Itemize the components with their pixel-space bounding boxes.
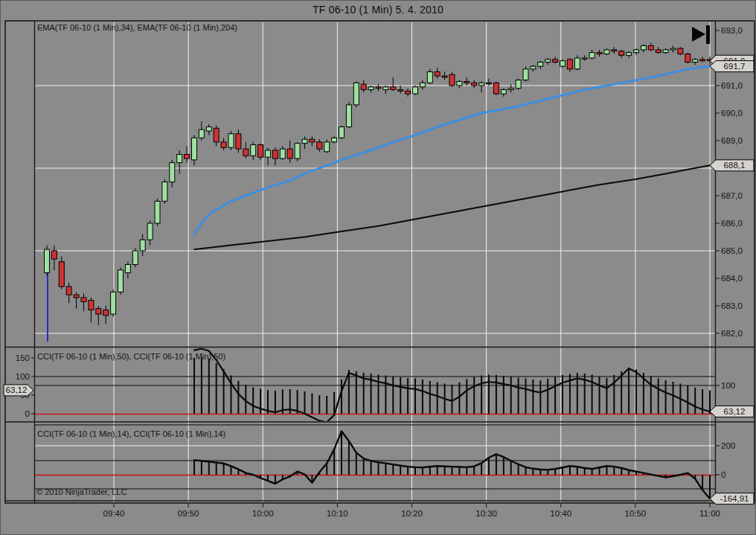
- cci50-left-axis-label: 150: [16, 353, 30, 362]
- price-axis-label: 689,0: [721, 136, 743, 145]
- time-axis-label: 10:00: [252, 509, 274, 518]
- time-axis: 09:4009:5010:0010:1010:2010:3010:4010:50…: [103, 503, 720, 518]
- price-tag-6881: 688,1: [710, 160, 754, 171]
- time-axis-label: 10:40: [550, 509, 571, 518]
- chart-canvas[interactable]: 693,0691,0690,0689,0687,0686,0685,0684,0…: [1, 1, 756, 535]
- price-axis: 693,0691,0690,0689,0687,0686,0685,0684,0…: [716, 26, 743, 338]
- price-axis-label: 683,0: [721, 301, 743, 310]
- price-panel-indicator-label: EMA(TF 06-10 (1 Min),34), EMA(TF 06-10 (…: [37, 23, 237, 32]
- cci50-left-axis-label: 0: [25, 409, 30, 418]
- price-tag-6917-text: 691,7: [724, 62, 746, 71]
- price-axis-label: 690,0: [721, 109, 743, 118]
- cci14-right-axis-label: 200: [721, 441, 735, 450]
- cci50-left-value-tag: 63,12: [4, 385, 33, 396]
- time-axis-label: 09:50: [178, 509, 199, 518]
- cci14-right-axis-label: 0: [721, 470, 725, 479]
- price-axis-label: 693,0: [721, 26, 743, 35]
- price-tag-6917: 691,7: [710, 61, 754, 72]
- time-axis-label: 10:10: [327, 509, 348, 518]
- price-axis-label: 687,0: [721, 191, 743, 200]
- cci50-left-axis-label: 100: [16, 372, 30, 381]
- price-axis-label: 691,0: [721, 81, 743, 90]
- price-axis-label: 682,0: [721, 329, 743, 338]
- price-axis-label: 684,0: [721, 274, 743, 283]
- cci14-axis: 2000: [716, 441, 735, 479]
- price-axis-label: 685,0: [721, 246, 743, 255]
- ema-204-line: [194, 165, 710, 249]
- time-axis-label: 10:30: [475, 509, 497, 518]
- time-axis-label: 11:00: [699, 509, 720, 518]
- time-axis-label: 10:20: [401, 509, 423, 518]
- price-tag-6881-text: 688,1: [724, 161, 746, 170]
- cci14-value-tag-text: -164,91: [720, 494, 749, 503]
- cci50-panel-indicator-label: CCI(TF 06-10 (1 Min),50), CCI(TF 06-10 (…: [37, 352, 225, 361]
- cci14-panel-indicator-label: CCI(TF 06-10 (1 Min),14), CCI(TF 06-10 (…: [37, 429, 225, 438]
- cci50-right-value-tag: 63,12: [710, 406, 754, 417]
- time-axis-label: 10:50: [624, 509, 646, 518]
- cci14-value-tag: -164,91: [710, 493, 754, 504]
- cci50-right-axis-label: 100: [721, 381, 735, 390]
- go-to-end-icon[interactable]: [692, 25, 710, 44]
- ema-34-line: [194, 66, 710, 234]
- price-axis-label: 686,0: [721, 219, 743, 228]
- time-axis-label: 09:40: [103, 509, 125, 518]
- cci50-right-value-tag-text: 63,12: [724, 407, 746, 416]
- cci50-left-value-tag-text: 63,12: [6, 385, 28, 394]
- ninjatrader-chart-window: TF 06-10 (1 Min) 5. 4. 2010 693,0691,069…: [0, 0, 756, 535]
- copyright-label: © 2010 NinjaTrader, LLC: [36, 487, 126, 496]
